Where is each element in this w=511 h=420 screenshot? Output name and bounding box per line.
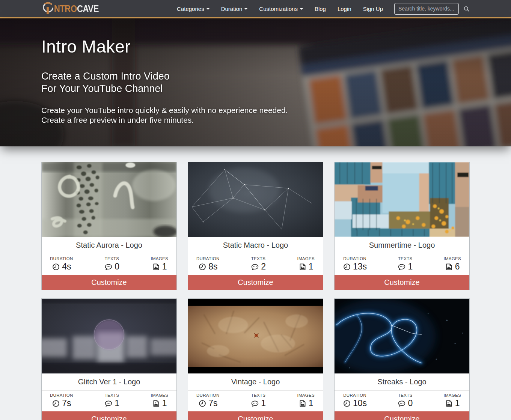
- thumbnail-summertime[interactable]: [335, 162, 469, 237]
- template-stats: DURATION 7s TEXTS 1 IMAGES 1: [188, 391, 323, 411]
- search-icon[interactable]: [463, 6, 470, 12]
- images-value: 1: [455, 398, 460, 408]
- image-icon: [445, 399, 453, 408]
- clock-icon: [52, 399, 60, 408]
- clock-icon: [198, 399, 207, 408]
- hero-section: Intro Maker Create a Custom Intro Video …: [0, 18, 511, 146]
- speech-bubble-icon: [398, 263, 406, 271]
- stat-label-texts: TEXTS: [251, 393, 266, 397]
- image-icon: [152, 263, 160, 271]
- stat-label-images: IMAGES: [297, 256, 315, 261]
- duration-value: 4s: [62, 262, 71, 272]
- images-value: 6: [455, 262, 460, 272]
- search-area: [394, 3, 470, 15]
- template-stats: DURATION 7s TEXTS 1 IMAGES 1: [42, 391, 176, 411]
- chevron-down-icon: [300, 8, 303, 10]
- stat-label-texts: TEXTS: [398, 393, 413, 397]
- logo-text: NTROCAVE: [54, 3, 99, 15]
- template-title: Summertime - Logo: [335, 237, 469, 254]
- nav-link-duration[interactable]: Duration: [221, 6, 248, 12]
- images-value: 1: [162, 398, 167, 408]
- template-title: Glitch Ver 1 - Logo: [42, 373, 176, 391]
- summertime-thumbnail-art: [335, 162, 469, 237]
- thumbnail-static-aurora[interactable]: [42, 162, 176, 237]
- duration-value: 7s: [62, 398, 71, 408]
- template-title: Vintage - Logo: [188, 373, 323, 391]
- vintage-thumbnail-art: [188, 299, 323, 373]
- images-value: 1: [309, 262, 314, 272]
- template-card-glitch-ver-1: Glitch Ver 1 - Logo DURATION 7s TEXTS 1 …: [41, 298, 177, 420]
- nav-links: Categories Duration Customizations Blog …: [177, 6, 383, 12]
- thumbnail-glitch-ver-1[interactable]: [42, 299, 176, 373]
- stat-label-duration: DURATION: [343, 256, 366, 261]
- thumbnail-static-macro[interactable]: [188, 162, 323, 237]
- customize-button[interactable]: Customize: [42, 275, 176, 290]
- template-card-streaks: Streaks - Logo DURATION 10s TEXTS 0 IMAG…: [334, 298, 470, 420]
- customize-button[interactable]: Customize: [335, 275, 469, 290]
- streaks-thumbnail-art: [335, 299, 469, 373]
- stat-label-images: IMAGES: [151, 393, 168, 397]
- speech-bubble-icon: [251, 263, 259, 271]
- texts-value: 0: [115, 262, 119, 272]
- customize-button[interactable]: Customize: [335, 411, 469, 420]
- static-macro-thumbnail-art: [188, 162, 323, 237]
- template-title: Static Aurora - Logo: [42, 237, 176, 254]
- texts-value: 1: [115, 398, 119, 408]
- template-card-static-aurora: Static Aurora - Logo DURATION 4s TEXTS 0…: [41, 162, 177, 290]
- stat-label-duration: DURATION: [50, 393, 73, 397]
- template-stats: DURATION 10s TEXTS 0 IMAGES 1: [335, 391, 469, 411]
- speech-bubble-icon: [398, 399, 406, 408]
- thumbnail-vintage[interactable]: [188, 299, 323, 373]
- clock-icon: [198, 263, 207, 271]
- nav-link-blog[interactable]: Blog: [315, 6, 326, 12]
- template-title: Static Macro - Logo: [188, 237, 323, 254]
- stat-label-duration: DURATION: [343, 393, 366, 397]
- clock-icon: [343, 263, 351, 271]
- stat-label-texts: TEXTS: [398, 256, 413, 261]
- customize-button[interactable]: Customize: [188, 411, 323, 420]
- stat-label-images: IMAGES: [297, 393, 315, 397]
- nav-link-customizations[interactable]: Customizations: [259, 6, 303, 12]
- template-grid: Static Aurora - Logo DURATION 4s TEXTS 0…: [41, 146, 470, 420]
- search-input[interactable]: [394, 3, 459, 15]
- image-icon: [298, 263, 307, 271]
- chevron-down-icon: [244, 8, 247, 10]
- customize-button[interactable]: Customize: [42, 411, 176, 420]
- static-aurora-thumbnail-art: [42, 162, 176, 237]
- glitch-ver-1-thumbnail-art: [42, 299, 176, 373]
- duration-value: 10s: [353, 398, 367, 408]
- page-title: Intro Maker: [41, 36, 470, 57]
- speech-bubble-icon: [104, 263, 113, 271]
- texts-value: 2: [261, 262, 266, 272]
- duration-value: 7s: [208, 398, 217, 408]
- chevron-down-icon: [207, 8, 210, 10]
- texts-value: 1: [261, 398, 266, 408]
- nav-link-login[interactable]: Login: [338, 6, 351, 12]
- introcave-logo[interactable]: NTROCAVE: [41, 2, 107, 15]
- customize-button[interactable]: Customize: [188, 275, 323, 290]
- stat-label-duration: DURATION: [196, 256, 220, 261]
- image-icon: [152, 399, 160, 408]
- stat-label-duration: DURATION: [50, 256, 73, 261]
- duration-value: 8s: [208, 262, 217, 272]
- top-navbar: NTROCAVE Categories Duration Customizati…: [0, 0, 511, 18]
- template-stats: DURATION 13s TEXTS 1 IMAGES 6: [335, 254, 469, 275]
- thumbnail-streaks[interactable]: [335, 299, 469, 373]
- image-icon: [445, 263, 453, 271]
- stat-label-texts: TEXTS: [105, 256, 119, 261]
- template-card-summertime: Summertime - Logo DURATION 13s TEXTS 1 I…: [334, 162, 470, 290]
- nav-link-categories[interactable]: Categories: [177, 6, 210, 12]
- nav-link-signup[interactable]: Sign Up: [363, 6, 383, 12]
- image-icon: [298, 399, 307, 408]
- stat-label-texts: TEXTS: [251, 256, 266, 261]
- stat-label-duration: DURATION: [196, 393, 220, 397]
- stat-label-images: IMAGES: [443, 393, 461, 397]
- hero-subtitle: Create a Custom Intro Video For Your You…: [41, 70, 470, 95]
- texts-value: 1: [408, 262, 413, 272]
- stat-label-texts: TEXTS: [105, 393, 119, 397]
- stat-label-images: IMAGES: [443, 256, 461, 261]
- logo-swirl-icon: [41, 2, 54, 15]
- clock-icon: [52, 263, 60, 271]
- template-stats: DURATION 8s TEXTS 2 IMAGES 1: [188, 254, 323, 275]
- stat-label-images: IMAGES: [151, 256, 168, 261]
